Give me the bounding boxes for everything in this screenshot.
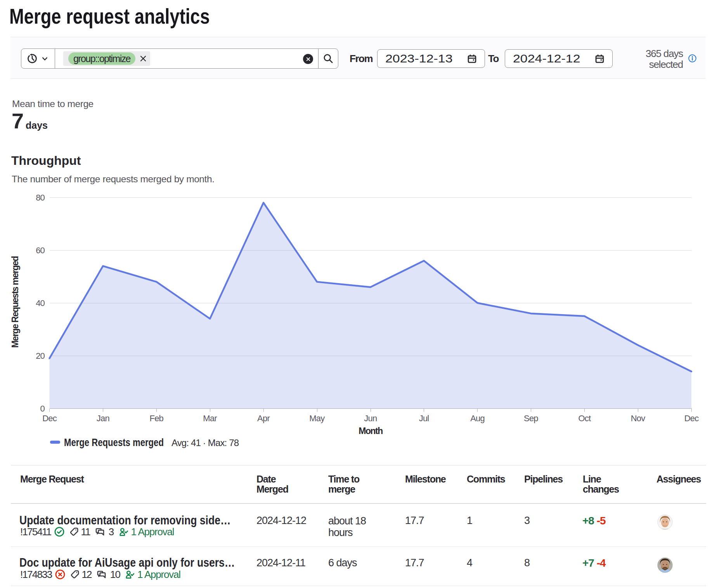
svg-text:Month: Month (358, 426, 383, 436)
svg-text:40: 40 (36, 298, 45, 308)
svg-text:Oct: Oct (578, 413, 591, 423)
svg-text:Apr: Apr (257, 413, 270, 423)
svg-text:80: 80 (36, 193, 45, 202)
svg-text:Dec: Dec (42, 413, 57, 423)
svg-text:Sep: Sep (524, 413, 538, 423)
svg-text:Jun: Jun (364, 413, 377, 423)
svg-text:Aug: Aug (470, 413, 485, 423)
svg-text:60: 60 (36, 246, 45, 255)
svg-text:May: May (309, 413, 325, 423)
svg-text:Feb: Feb (150, 413, 164, 423)
svg-text:Dec: Dec (684, 413, 699, 423)
svg-text:Nov: Nov (631, 413, 646, 423)
svg-text:20: 20 (36, 351, 45, 361)
svg-text:Mar: Mar (203, 413, 217, 423)
svg-text:Merge Requests merged: Merge Requests merged (10, 256, 20, 348)
svg-text:0: 0 (40, 404, 45, 413)
svg-text:Jan: Jan (97, 413, 109, 423)
svg-text:Jul: Jul (419, 413, 429, 423)
